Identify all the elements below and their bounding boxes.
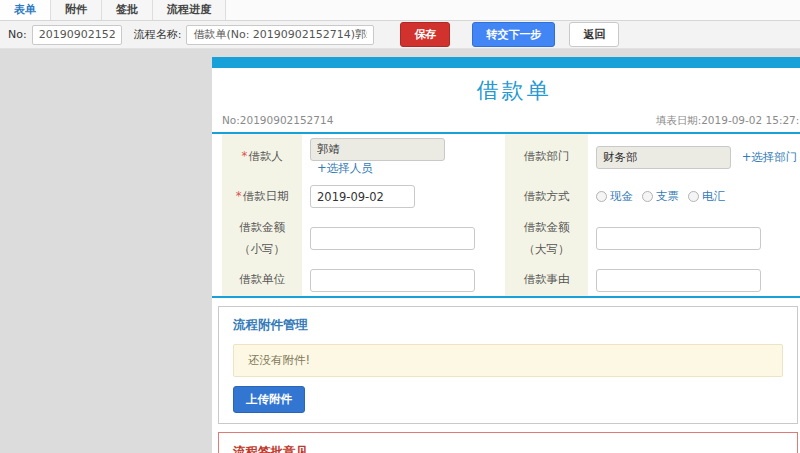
action-toolbar: No: 流程名称: 保存 转交下一步 返回 (0, 21, 800, 49)
tab-attachments[interactable]: 附件 (51, 0, 102, 20)
table-row: *借款日期 借款方式 现金 支票 电 (222, 180, 800, 213)
radio-icon[interactable] (596, 191, 607, 202)
form-info-row: No:20190902152714 填表日期:2019-09-02 15:27:… (212, 106, 800, 132)
select-dept-link[interactable]: +选择部门 (742, 150, 798, 164)
upload-attachment-button[interactable]: 上传附件 (233, 386, 305, 413)
borrow-method-options: 现金 支票 电汇 (596, 189, 798, 204)
form-panel: 借款单 No:20190902152714 填表日期:2019-09-02 15… (212, 57, 800, 453)
divider-line-bottom (212, 296, 800, 298)
process-name-label: 流程名称: (134, 27, 182, 42)
save-button[interactable]: 保存 (400, 22, 450, 47)
table-row: *借款人 +选择人员 借款部门 +选择部门 (222, 134, 800, 180)
form-date-text: 填表日期:2019-09-02 15:27:1 (656, 114, 800, 128)
borrow-unit-input[interactable] (310, 269, 475, 292)
no-attachments-alert: 还没有附件! (233, 344, 783, 377)
no-label: No: (8, 28, 27, 41)
select-person-link[interactable]: +选择人员 (317, 161, 373, 175)
amount-lower-label: 借款金额（小写） (222, 213, 302, 265)
amount-lower-input[interactable] (310, 227, 475, 250)
radio-icon[interactable] (642, 191, 653, 202)
borrower-input[interactable] (310, 138, 445, 161)
tab-approval[interactable]: 签批 (102, 0, 153, 20)
approval-title: 流程签批意见 (233, 444, 783, 453)
borrower-label: *借款人 (222, 134, 302, 180)
borrow-date-input[interactable] (310, 185, 415, 208)
back-button[interactable]: 返回 (569, 22, 619, 47)
tab-form[interactable]: 表单 (0, 0, 51, 20)
tab-process-progress[interactable]: 流程进度 (153, 0, 226, 20)
borrow-method-label: 借款方式 (505, 180, 588, 213)
table-row: 借款单位 借款事由 (222, 265, 800, 296)
process-name-input[interactable] (186, 25, 374, 45)
radio-option-wire[interactable]: 电汇 (688, 189, 725, 204)
transfer-next-button[interactable]: 转交下一步 (472, 22, 555, 47)
approval-section: 流程签批意见 B I abc (218, 432, 798, 453)
borrow-unit-label: 借款单位 (222, 265, 302, 296)
amount-upper-label: 借款金额（大写） (505, 213, 588, 265)
required-mark: * (236, 189, 242, 203)
required-mark: * (241, 149, 247, 163)
form-no-text: No:20190902152714 (222, 114, 333, 128)
attachments-title: 流程附件管理 (233, 317, 783, 334)
radio-option-check[interactable]: 支票 (642, 189, 679, 204)
dept-label: 借款部门 (505, 134, 588, 180)
form-title: 借款单 (212, 76, 800, 106)
radio-icon[interactable] (688, 191, 699, 202)
table-row: 借款金额（小写） 借款金额（大写） (222, 213, 800, 265)
borrow-reason-input[interactable] (596, 269, 761, 292)
dept-input[interactable] (596, 146, 731, 169)
borrow-reason-label: 借款事由 (505, 265, 588, 296)
radio-option-cash[interactable]: 现金 (596, 189, 633, 204)
amount-upper-input[interactable] (596, 227, 761, 250)
fields-table: *借款人 +选择人员 借款部门 +选择部门 *借款日期 借款方式 (222, 134, 800, 296)
borrow-date-label: *借款日期 (222, 180, 302, 213)
panel-top-bar (212, 57, 800, 68)
tab-bar: 表单 附件 签批 流程进度 (0, 0, 800, 21)
no-input[interactable] (32, 25, 122, 45)
attachments-section: 流程附件管理 还没有附件! 上传附件 (218, 306, 798, 424)
